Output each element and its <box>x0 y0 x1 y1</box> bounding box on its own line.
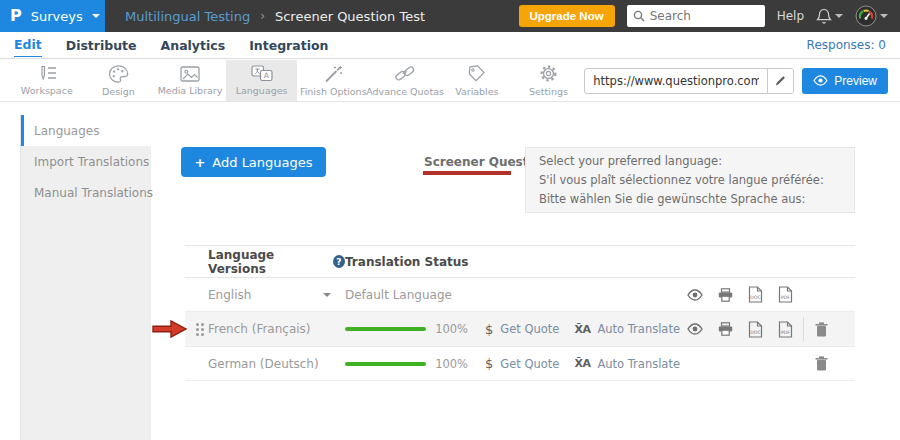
toolbar-right-actions: Preview <box>584 60 900 101</box>
translate-icon: X̄A <box>574 323 590 336</box>
chevron-down-icon <box>835 14 843 18</box>
translation-progress-bar <box>345 327 426 331</box>
svg-text:PDF: PDF <box>781 295 790 300</box>
red-underline-annotation <box>423 171 511 175</box>
export-pdf-icon[interactable]: PDF <box>770 286 800 303</box>
preview-label: Preview <box>834 74 877 88</box>
top-header-bar: P Surveys Multilingual Testing › Screene… <box>0 0 900 32</box>
toolbar-label: Design <box>102 86 135 97</box>
table-header-row: Language Versions ? Translation Status <box>185 245 855 278</box>
notifications-menu[interactable] <box>816 8 843 25</box>
questionpro-logo-icon: P <box>10 8 22 24</box>
tab-integration[interactable]: Integration <box>249 34 328 57</box>
header-language-versions: Language Versions ? <box>185 248 345 276</box>
language-name-cell: English <box>185 288 345 302</box>
svg-text:DOC: DOC <box>750 330 760 335</box>
svg-text:DOC: DOC <box>750 295 760 300</box>
help-link[interactable]: Help <box>777 9 804 23</box>
tab-edit[interactable]: Edit <box>14 33 42 57</box>
toolbar-label: Workspace <box>21 85 73 96</box>
export-doc-icon[interactable]: DOC <box>740 286 770 303</box>
sidebar-item-import-translations[interactable]: Import Translations <box>21 146 151 177</box>
status-cell: 100% $ Get Quote X̄A Auto Translate <box>345 322 680 337</box>
language-name: French (Français) <box>208 322 311 336</box>
toolbar-item-finish-options[interactable]: Finish Options <box>297 60 369 101</box>
get-quote-link[interactable]: Get Quote <box>500 357 559 371</box>
table-row-french: French (Français) 100% $ Get Quote X̄A A… <box>185 312 855 347</box>
toolbar-item-media-library[interactable]: Media Library <box>154 60 226 101</box>
finish-options-icon <box>324 65 343 83</box>
variables-icon <box>467 64 486 83</box>
language-name: English <box>208 288 251 302</box>
sidebar-item-manual-translations[interactable]: Manual Translations <box>21 177 151 208</box>
tab-analytics[interactable]: Analytics <box>161 34 226 57</box>
dollar-icon: $ <box>485 322 493 337</box>
print-icon[interactable] <box>710 322 740 336</box>
eye-icon <box>813 75 828 86</box>
toolbar-item-settings[interactable]: Settings <box>513 60 585 101</box>
table-row-german: German (Deutsch) 100% $ Get Quote X̄A Au… <box>185 347 855 381</box>
export-doc-icon[interactable]: DOC <box>740 321 770 338</box>
toolbar-item-workspace[interactable]: Workspace <box>11 60 83 101</box>
auto-translate-link[interactable]: Auto Translate <box>597 357 680 371</box>
print-icon[interactable] <box>710 288 740 302</box>
design-icon <box>108 65 129 83</box>
translations-sidebar: Languages Import Translations Manual Tra… <box>20 115 151 440</box>
divider <box>803 317 804 341</box>
auto-translate-link[interactable]: Auto Translate <box>597 322 680 336</box>
toolbar-label: Finish Options <box>300 86 367 97</box>
export-pdf-icon[interactable]: PDF <box>770 321 800 338</box>
language-name-cell: German (Deutsch) <box>185 357 345 371</box>
toolbar-label: Settings <box>529 86 568 97</box>
survey-nav-tabs: Edit Distribute Analytics Integration Re… <box>0 32 900 59</box>
breadcrumb-parent[interactable]: Multilingual Testing <box>125 9 250 24</box>
delete-trash-icon[interactable] <box>807 322 837 337</box>
settings-icon <box>539 64 558 83</box>
svg-text:A: A <box>263 71 269 80</box>
default-language-dropdown[interactable] <box>323 293 331 297</box>
workspace-icon <box>37 65 57 82</box>
toolbar-item-design[interactable]: Design <box>83 60 155 101</box>
sidebar-item-label: Languages <box>34 124 99 138</box>
progress-percent: 100% <box>435 322 468 336</box>
sidebar-item-label: Import Translations <box>34 155 149 169</box>
toolbar-item-languages[interactable]: A Languages <box>226 60 298 101</box>
help-icon[interactable]: ? <box>333 255 345 268</box>
account-menu[interactable] <box>855 5 888 27</box>
preview-eye-icon[interactable] <box>680 289 710 301</box>
search-input[interactable] <box>650 9 750 23</box>
add-languages-button[interactable]: +Add Languages <box>181 147 326 177</box>
progress-percent: 100% <box>435 357 468 371</box>
languages-icon: A <box>251 65 273 82</box>
survey-url-input[interactable] <box>585 74 767 88</box>
get-quote-link[interactable]: Get Quote <box>500 322 559 336</box>
advance-quotas-icon <box>394 64 416 83</box>
tab-distribute[interactable]: Distribute <box>66 34 137 57</box>
toolbar-label: Media Library <box>158 85 223 96</box>
content-area: Languages Import Translations Manual Tra… <box>0 102 900 440</box>
red-arrow-annotation <box>151 319 188 339</box>
delete-trash-icon[interactable] <box>807 356 837 371</box>
row-actions: DOC PDF <box>680 317 855 341</box>
global-search[interactable] <box>627 5 765 27</box>
toolbar-item-advance-quotas[interactable]: Advance Quotas <box>369 60 441 101</box>
media-library-icon <box>180 66 200 82</box>
status-cell: Default Language <box>345 288 680 302</box>
drag-handle-icon[interactable] <box>196 323 199 326</box>
product-label: Surveys <box>31 9 83 24</box>
sidebar-item-label: Manual Translations <box>34 186 153 200</box>
responses-count[interactable]: Responses: 0 <box>807 38 886 52</box>
toolbar-item-variables[interactable]: Variables <box>441 60 513 101</box>
row-actions: DOC PDF <box>680 283 855 307</box>
preview-button[interactable]: Preview <box>802 68 888 94</box>
sidebar-item-languages[interactable]: Languages <box>21 115 151 146</box>
upgrade-now-button[interactable]: Upgrade Now <box>519 5 615 27</box>
toolbar-label: Advance Quotas <box>366 86 444 97</box>
preview-eye-icon[interactable] <box>680 323 710 335</box>
screener-line-french: S'il vous plaît sélectionnez votre langu… <box>539 171 841 190</box>
product-menu[interactable]: P Surveys <box>0 0 105 32</box>
header-label: Translation Status <box>345 255 469 269</box>
row-actions <box>680 352 855 376</box>
edit-url-button[interactable] <box>767 68 793 94</box>
breadcrumb: Multilingual Testing › Screener Question… <box>125 9 425 24</box>
